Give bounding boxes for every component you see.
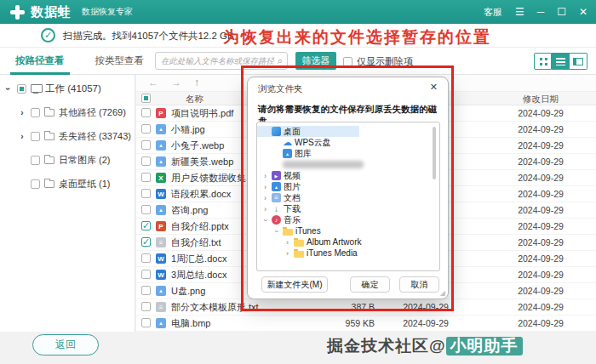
dialog-tree-item[interactable]: iTunes Media [257,247,439,259]
chevron-right-icon[interactable] [261,172,269,180]
dialog-tree-label: 图库 [295,148,312,160]
tree-root-work[interactable]: 工作 (41057) [4,80,135,97]
tree-item[interactable]: 桌面壁纸 (1) [18,175,135,192]
row-checkbox[interactable] [141,156,151,166]
dialog-tree-item[interactable]: 图库 [257,148,439,159]
list-view-button[interactable] [552,53,570,70]
table-row[interactable]: 电脑.bmp 959 KB 2024-09-29 2024-09-29 [136,316,596,332]
tree-item[interactable]: 其他路径 (7269) [18,104,135,121]
tree-item-checkbox[interactable] [31,179,40,189]
row-checkbox[interactable] [141,189,151,198]
chevron-right-icon[interactable] [18,108,26,117]
minimize-button[interactable]: ─ [537,6,545,18]
file-type-icon [156,221,166,231]
dialog-scrollbar[interactable] [433,127,436,179]
back-button[interactable]: 返回 [32,334,99,355]
forward-arrow-icon[interactable]: → [171,75,181,92]
tab-by-type[interactable]: 按类型查看 [90,48,150,75]
ok-button[interactable]: 确定 [350,276,390,293]
chevron-right-icon[interactable] [261,216,269,225]
deleted-only-checkbox[interactable] [343,57,352,66]
deleted-only-filter[interactable]: 仅显示删除项 [343,48,413,75]
row-checkbox[interactable] [141,286,151,295]
dialog-tree-item[interactable]: Album Artwork [257,236,439,247]
back-arrow-icon[interactable]: ← [148,75,158,92]
file-modified-date: 2024-09-29 [502,122,579,138]
watermark-text: 掘金技术社区@ [327,337,446,355]
search-input[interactable] [156,56,278,65]
chevron-down-icon[interactable] [4,84,13,94]
folder-type-icon [272,215,281,225]
row-checkbox[interactable] [141,173,151,182]
maximize-button[interactable]: ☐ [557,6,566,18]
tree-item-checkbox[interactable] [31,156,40,165]
row-checkbox[interactable] [141,140,151,150]
row-checkbox[interactable] [141,302,151,311]
row-checkbox[interactable] [141,253,151,263]
search-box[interactable]: ⌕ [155,52,288,70]
chevron-right-icon[interactable] [261,194,269,202]
chevron-right-icon[interactable] [284,238,291,247]
dialog-tree-item[interactable]: 桌面 [257,126,359,137]
chevron-right-icon[interactable] [261,183,269,191]
tree-item-checkbox[interactable] [31,108,40,117]
tree-item[interactable]: 日常图库 (2) [18,151,135,168]
dialog-tree-item[interactable]: iTunes [257,225,439,236]
tree-root-checkbox[interactable] [17,84,26,94]
modified-column-header[interactable]: 修改日期 [502,92,579,105]
footer-bar: 返回 掘金技术社区@小明助手 [0,332,596,364]
tab-by-path[interactable]: 按路径查看 [10,48,70,75]
dialog-tree-item[interactable] [257,159,439,170]
support-button[interactable]: 客服 [484,6,502,19]
tree-item-checkbox[interactable] [31,132,40,141]
row-checkbox[interactable] [141,221,151,230]
file-created-date: 2024-09-29 [392,299,460,316]
dialog-tree-item[interactable]: 图片 [257,181,439,192]
dialog-tree-label: 图片 [284,181,301,193]
select-all-checkbox[interactable] [141,94,151,103]
grid-view-button[interactable] [534,53,552,70]
row-checkbox[interactable] [141,237,151,247]
name-column-header[interactable]: 名称 [186,92,203,105]
close-button[interactable]: ✕ [579,6,587,18]
row-checkbox[interactable] [141,270,151,279]
tree-item-label: 日常图库 (2) [59,154,111,167]
dialog-tree-item[interactable]: 音乐 [257,214,439,225]
up-arrow-icon[interactable]: ↑ [194,75,199,92]
browse-folder-dialog: 浏览文件夹 ✕ 请勿将需要恢复的文件保存到原丢失数据的磁盘。 桌面 WPS云盘 [247,77,449,299]
tree-item[interactable]: 丢失路径 (33743) [18,128,135,145]
chevron-right-icon[interactable] [261,205,269,213]
file-type-icon [156,286,166,296]
cancel-button[interactable]: 取消 [399,276,439,293]
dialog-tree-item[interactable]: 视频 [257,170,439,181]
file-size: 959 KB [302,316,375,332]
app-name: 数据蛙 [31,4,72,20]
file-name: 自我介绍.txt [171,235,221,251]
dialog-tree-item[interactable]: 文档 [257,192,439,203]
chevron-right-icon[interactable] [18,132,26,141]
resize-grip-icon[interactable]: ◢ [440,289,445,297]
row-checkbox[interactable] [141,108,151,117]
table-row[interactable]: 部分文本模板原形.txt 387 B 2024-09-29 2024-09-29 [136,299,596,316]
row-checkbox[interactable] [141,205,151,214]
file-type-icon [156,156,166,167]
tree-root-label: 工作 (41057) [45,82,101,95]
filter-button[interactable]: 筛选器 [295,52,336,70]
menu-icon[interactable]: ☰ [515,6,524,18]
dialog-close-icon[interactable]: ✕ [430,82,438,93]
title-bar: 数据蛙 数据恢复专家 客服 ☰ ─ ☐ ✕ [0,0,596,24]
file-type-icon [156,302,166,312]
preview-view-button[interactable] [570,53,587,70]
file-modified-date: 2024-09-29 [502,283,579,299]
row-checkbox[interactable] [141,124,151,134]
chevron-right-icon[interactable] [272,227,280,236]
file-name: 新疆美景.webp [171,154,233,170]
row-checkbox[interactable] [141,318,151,327]
dialog-tree-label: WPS云盘 [295,137,331,149]
file-modified-date: 2024-09-29 [502,202,579,219]
file-modified-date: 2024-09-29 [502,219,579,235]
chevron-right-icon[interactable] [284,249,291,258]
dialog-tree-item[interactable]: 下载 [257,203,439,214]
dialog-tree-item[interactable]: WPS云盘 [257,137,439,148]
new-folder-button[interactable]: 新建文件夹(M) [261,276,328,293]
